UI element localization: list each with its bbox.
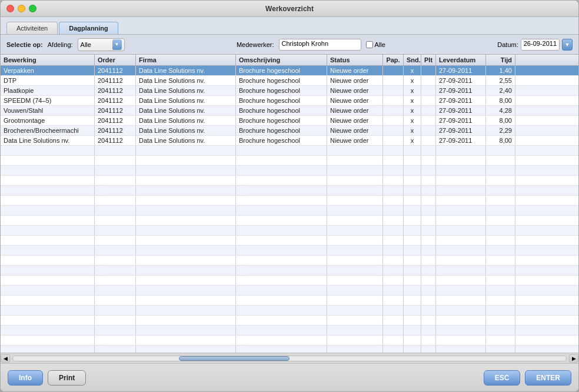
table-cell-empty (136, 306, 236, 315)
window-title: Werkoverzicht (265, 5, 314, 13)
table-row[interactable]: Brocheren/Brocheermachi2041112Data Line … (1, 126, 578, 136)
table-cell: Brochure hogeschool (236, 96, 327, 105)
table-cell-empty (486, 316, 515, 325)
table-cell-empty (404, 306, 421, 315)
table-cell: 2041112 (95, 136, 136, 145)
table-row[interactable]: Verpakken2041112Data Line Solutions nv.B… (1, 66, 578, 76)
table-cell-empty (383, 266, 404, 275)
afdeling-dropdown-arrow[interactable]: ▼ (112, 39, 122, 50)
col-header-omschrijving: Omschrijving (236, 55, 327, 65)
table-cell-empty (486, 276, 515, 285)
table-cell-empty (383, 186, 404, 195)
table-cell: 1,40 (486, 66, 515, 75)
table-cell-empty (421, 266, 436, 275)
table-cell: x (404, 136, 421, 145)
esc-button[interactable]: ESC (484, 370, 521, 386)
table-row-empty (1, 196, 578, 206)
table-cell-empty (1, 346, 95, 353)
tab-dagplanning[interactable]: Dagplanning (59, 22, 118, 34)
table-cell-empty (1, 196, 95, 205)
table-body: Verpakken2041112Data Line Solutions nv.B… (1, 66, 578, 353)
maximize-button[interactable] (29, 5, 36, 12)
table-cell-empty (421, 176, 436, 185)
table-cell-empty (95, 326, 136, 335)
table-cell (421, 96, 436, 105)
table-cell: Brochure hogeschool (236, 106, 327, 115)
close-button[interactable] (6, 5, 14, 12)
table-cell: x (404, 66, 421, 75)
horizontal-scrollbar[interactable]: ◀ ▶ (1, 353, 578, 363)
table-cell: Vouwen/Stahl (1, 106, 95, 115)
medewerker-field[interactable]: Christoph Krohn (279, 39, 361, 51)
table-cell-empty (236, 316, 327, 325)
table-cell-empty (1, 176, 95, 185)
table-cell-empty (1, 186, 95, 195)
table-cell: Brochure hogeschool (236, 66, 327, 75)
table-cell-empty (236, 156, 327, 165)
print-button[interactable]: Print (48, 370, 86, 386)
table-cell-empty (327, 146, 383, 155)
table-cell-empty (1, 236, 95, 245)
table-row[interactable]: Vouwen/Stahl2041112Data Line Solutions n… (1, 106, 578, 116)
minimize-button[interactable] (18, 5, 25, 12)
table-row[interactable]: Grootmontage2041112Data Line Solutions n… (1, 116, 578, 126)
table-cell-empty (383, 216, 404, 225)
alle-checkbox[interactable] (366, 41, 373, 48)
afdeling-select[interactable]: Alle ▼ (78, 38, 125, 51)
table-cell: 8,00 (486, 96, 515, 105)
scrollbar-track[interactable] (12, 356, 567, 361)
info-button[interactable]: Info (8, 370, 43, 386)
table-row[interactable]: Data Line Solutions nv.2041112Data Line … (1, 136, 578, 146)
table-cell-empty (436, 256, 486, 265)
table-row-empty (1, 346, 578, 353)
table-cell-empty (486, 156, 515, 165)
table-row[interactable]: DTP2041112Data Line Solutions nv.Brochur… (1, 76, 578, 86)
table-cell: 2,55 (486, 76, 515, 85)
table-cell-empty (1, 156, 95, 165)
table-cell-empty (327, 266, 383, 275)
table-cell-empty (327, 186, 383, 195)
table-cell-empty (136, 226, 236, 235)
datum-field[interactable]: 26-09-2011 (521, 39, 560, 51)
table-cell-empty (1, 256, 95, 265)
table-cell: 2041112 (95, 66, 136, 75)
table-cell-empty (383, 276, 404, 285)
scroll-left-button[interactable]: ◀ (1, 354, 10, 363)
table-cell-empty (136, 156, 236, 165)
bottom-left-buttons: Info Print (8, 370, 86, 386)
table-cell-empty (421, 326, 436, 335)
table-cell (421, 106, 436, 115)
table-cell: 27-09-2011 (436, 66, 486, 75)
table-cell-empty (436, 146, 486, 155)
table-cell-empty (327, 216, 383, 225)
table-cell: Data Line Solutions nv. (136, 96, 236, 105)
tabbar: Activiteiten Dagplanning (1, 17, 578, 35)
scrollbar-thumb[interactable] (179, 356, 290, 361)
table-cell-empty (383, 236, 404, 245)
table-cell: 2,40 (486, 86, 515, 95)
table-cell-empty (95, 146, 136, 155)
titlebar-buttons (6, 5, 36, 12)
table-cell-empty (236, 326, 327, 335)
datum-picker-button[interactable]: ▼ (562, 39, 573, 51)
table-cell-empty (236, 186, 327, 195)
table-cell-empty (95, 156, 136, 165)
table-cell: 2041112 (95, 96, 136, 105)
table-cell: Nieuwe order (327, 86, 383, 95)
table-cell (383, 66, 404, 75)
table-cell-empty (236, 176, 327, 185)
table-cell-empty (404, 296, 421, 305)
scroll-right-button[interactable]: ▶ (569, 354, 578, 363)
table-cell-empty (95, 236, 136, 245)
table-cell-empty (436, 316, 486, 325)
enter-button[interactable]: ENTER (525, 370, 571, 386)
table-header: Bewerking Order Firma Omschrijving Statu… (1, 55, 578, 66)
table-cell-empty (486, 146, 515, 155)
table-cell-empty (327, 326, 383, 335)
table-row[interactable]: SPEEDM (74–5)2041112Data Line Solutions … (1, 96, 578, 106)
table-cell: 2041112 (95, 106, 136, 115)
tab-activiteiten[interactable]: Activiteiten (6, 22, 58, 34)
table-cell-empty (383, 226, 404, 235)
table-cell-empty (136, 146, 236, 155)
table-row[interactable]: Plaatkopie2041112Data Line Solutions nv.… (1, 86, 578, 96)
